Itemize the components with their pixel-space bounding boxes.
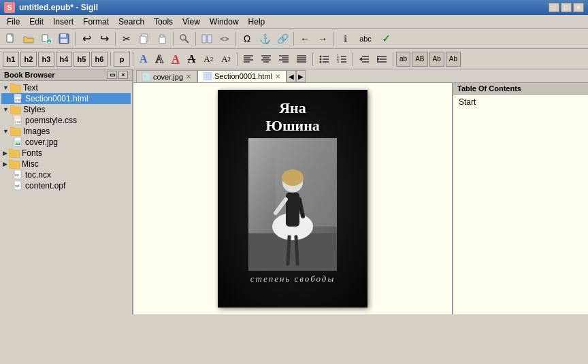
editor-area[interactable]: ЯнаЮшина xyxy=(133,83,452,314)
titlecase-button[interactable]: Ab xyxy=(446,52,461,67)
new-button[interactable] xyxy=(3,31,19,47)
find-button[interactable] xyxy=(176,31,193,47)
back-button[interactable]: ← xyxy=(297,31,313,47)
menu-insert[interactable]: Insert xyxy=(49,16,78,27)
unordered-list-button[interactable] xyxy=(316,52,332,67)
tab-prev-btn[interactable]: ◀ xyxy=(287,70,296,82)
svg-text:3.: 3. xyxy=(337,59,340,63)
close-section0001-tab[interactable]: ✕ xyxy=(275,73,280,80)
menu-tools[interactable]: Tools xyxy=(150,16,177,27)
main-toolbar: + ↩ ↪ ✂ <> Ω ⚓ 🔗 ← → ℹ xyxy=(0,29,588,49)
menu-format[interactable]: Format xyxy=(79,16,113,27)
html-tab-icon xyxy=(203,72,212,80)
copy-button[interactable] xyxy=(136,31,152,47)
sidebar-controls[interactable]: ▭ × xyxy=(108,71,128,79)
toc-title: Table Of Contents xyxy=(457,84,521,93)
paragraph-button[interactable]: p xyxy=(114,52,130,67)
strikethrough-button[interactable]: A xyxy=(184,52,199,67)
images-folder-icon xyxy=(10,127,21,136)
svg-point-33 xyxy=(320,58,322,60)
align-center-button[interactable] xyxy=(258,52,274,67)
menu-search[interactable]: Search xyxy=(114,16,148,27)
outdent-button[interactable] xyxy=(356,52,372,67)
contentopf-label: content.opf xyxy=(25,181,65,191)
misc-folder-icon xyxy=(9,159,20,169)
svg-text:HTML: HTML xyxy=(15,99,23,102)
book-cover-preview: ЯнаЮшина xyxy=(218,90,368,308)
menu-window[interactable]: Window xyxy=(206,16,243,27)
insert-anchor-button[interactable]: ⚓ xyxy=(257,31,273,47)
redo-button[interactable]: ↪ xyxy=(96,31,112,47)
sidebar-close-btn[interactable]: × xyxy=(118,71,128,79)
title-bar: S untitled.epub* - Sigil _ □ × xyxy=(0,0,588,15)
fonts-folder-label: Fonts xyxy=(22,148,42,158)
bold-colored-button[interactable]: A xyxy=(136,52,151,67)
open-button[interactable] xyxy=(20,31,37,47)
save-button[interactable] xyxy=(56,31,72,47)
css-file-icon: CSS xyxy=(14,116,23,125)
close-coverjpg-tab[interactable]: ✕ xyxy=(186,73,191,80)
h2-button[interactable]: h2 xyxy=(20,52,37,67)
tree-tocncx-item[interactable]: toc toc.ncx xyxy=(1,169,131,180)
menu-file[interactable]: File xyxy=(3,16,24,27)
align-left-button[interactable] xyxy=(240,52,257,67)
svg-line-12 xyxy=(185,39,189,43)
h6-button[interactable]: h6 xyxy=(91,52,108,67)
tree-fonts-folder[interactable]: ▶ Fonts xyxy=(1,148,131,159)
svg-point-11 xyxy=(180,35,186,40)
svg-rect-10 xyxy=(160,35,164,37)
menu-view[interactable]: View xyxy=(178,16,204,27)
ordered-list-button[interactable]: 1.2.3. xyxy=(333,52,350,67)
toc-start-item[interactable]: Start xyxy=(459,97,476,107)
underline-red-button[interactable]: A xyxy=(168,52,183,67)
cut-button[interactable]: ✂ xyxy=(118,31,135,47)
tree-styles-folder[interactable]: ▼ Styles xyxy=(1,104,131,115)
lowercase-button[interactable]: ab xyxy=(396,52,410,67)
indent-button[interactable] xyxy=(374,52,390,67)
misc-folder-label: Misc xyxy=(22,159,39,169)
cover-title-text: степень свободы xyxy=(250,274,335,290)
paste-button[interactable] xyxy=(154,31,170,47)
tree-text-folder[interactable]: ▼ Text xyxy=(1,82,131,93)
minimize-btn[interactable]: _ xyxy=(549,3,559,12)
align-justify-button[interactable] xyxy=(293,52,310,67)
tree-contentopf-item[interactable]: opf content.opf xyxy=(1,180,131,191)
tree-poemstyle-item[interactable]: CSS poemstyle.css xyxy=(1,115,131,126)
validate-button[interactable]: ✓ xyxy=(378,31,394,47)
meta-editor-button[interactable]: ℹ xyxy=(337,31,353,47)
menu-edit[interactable]: Edit xyxy=(25,16,48,27)
forward-button[interactable]: → xyxy=(314,31,331,47)
align-right-button[interactable] xyxy=(276,52,292,67)
undo-button[interactable]: ↩ xyxy=(78,31,95,47)
sidebar-float-btn[interactable]: ▭ xyxy=(108,71,117,79)
capitalize-button[interactable]: Ab xyxy=(429,52,444,67)
tree-images-folder[interactable]: ▼ Images xyxy=(1,126,131,137)
superscript-button[interactable]: A2 xyxy=(218,52,234,67)
insert-link-button[interactable]: 🔗 xyxy=(274,31,291,47)
subscript-button[interactable]: A2 xyxy=(200,52,216,67)
h5-button[interactable]: h5 xyxy=(74,52,90,67)
insert-special-char-button[interactable]: Ω xyxy=(239,31,255,47)
add-existing-button[interactable]: + xyxy=(38,31,54,47)
window-controls[interactable]: _ □ × xyxy=(549,3,584,12)
menu-help[interactable]: Help xyxy=(244,16,270,27)
spellcheck-button[interactable]: abc xyxy=(355,31,376,47)
svg-text:CSS: CSS xyxy=(15,120,21,124)
uppercase-button[interactable]: AB xyxy=(412,52,427,67)
tree-section0001-item[interactable]: HTML Section0001.html xyxy=(1,93,131,104)
svg-rect-5 xyxy=(61,34,66,37)
tree-misc-folder[interactable]: ▶ Misc xyxy=(1,159,131,169)
h4-button[interactable]: h4 xyxy=(56,52,72,67)
svg-marker-43 xyxy=(359,57,362,61)
tab-coverjpg[interactable]: cover.jpg ✕ xyxy=(136,70,197,82)
maximize-btn[interactable]: □ xyxy=(561,3,572,12)
code-view-button[interactable]: <> xyxy=(216,31,233,47)
book-view-button[interactable] xyxy=(199,31,215,47)
tab-section0001[interactable]: Section0001.html ✕ xyxy=(197,70,287,82)
h1-button[interactable]: h1 xyxy=(3,52,19,67)
tab-next-btn[interactable]: ▶ xyxy=(296,70,306,82)
tree-coverjpg-item[interactable]: cover.jpg xyxy=(1,137,131,148)
h3-button[interactable]: h3 xyxy=(38,52,54,67)
close-btn[interactable]: × xyxy=(573,3,584,12)
bold-outline-button[interactable]: A xyxy=(152,52,167,67)
